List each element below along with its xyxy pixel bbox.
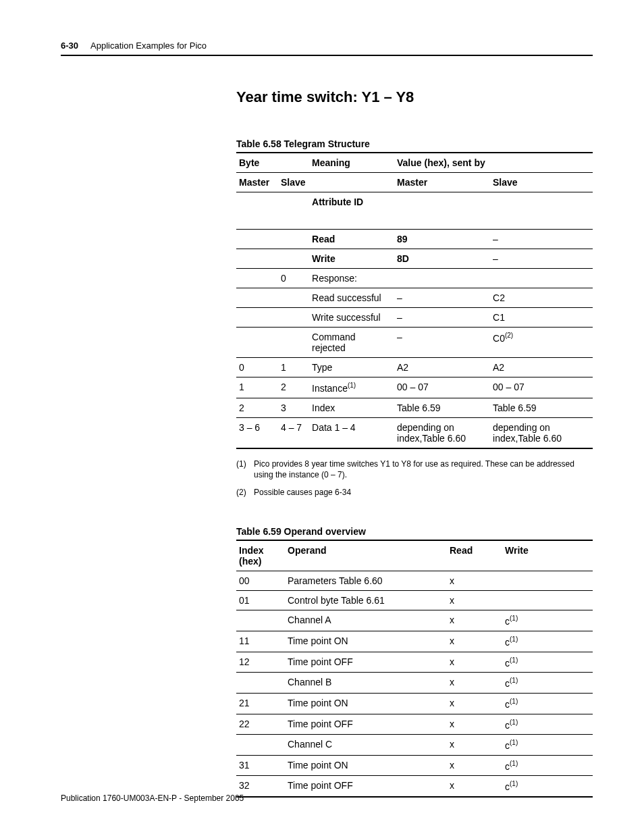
col-operand: Operand: [285, 540, 447, 571]
table-cell: c(1): [502, 735, 593, 756]
table-cell: x: [447, 631, 502, 652]
footnote: (1)Pico provides 8 year time switches Y1…: [236, 459, 593, 480]
table-cell: C1: [490, 308, 593, 328]
table-cell: 1: [278, 358, 309, 377]
table-cell: x: [447, 571, 502, 591]
table-cell: Read successful: [309, 288, 394, 308]
table-cell: –: [490, 249, 593, 269]
col-meaning: Meaning: [309, 153, 394, 173]
table-cell: Data 1 – 4: [309, 417, 394, 448]
footnote: (2)Possible causes page 6-34: [236, 487, 593, 498]
table-cell: C2: [490, 288, 593, 308]
col-blank: [309, 173, 394, 192]
table-cell: Response:: [309, 269, 394, 288]
table-cell: [236, 673, 285, 694]
table-cell: A2: [394, 358, 490, 377]
table1-caption: Table 6.58 Telegram Structure: [236, 138, 593, 149]
table-cell: [502, 571, 593, 591]
table-cell: Attribute ID: [309, 192, 394, 230]
table-cell: Table 6.59: [394, 398, 490, 417]
table-cell: 3 – 6: [236, 417, 278, 448]
table2-caption: Table 6.59 Operand overview: [236, 526, 593, 537]
table-cell: 01: [236, 591, 285, 610]
table-cell: depending on index,Table 6.60: [394, 417, 490, 448]
table-cell: [236, 249, 278, 269]
table-cell: [236, 610, 285, 631]
content-area: Year time switch: Y1 – Y8 Table 6.58 Tel…: [236, 88, 593, 798]
table-cell: Channel B: [285, 673, 447, 694]
table-cell: Instance(1): [309, 377, 394, 398]
publication-line: Publication 1760-UM003A-EN-P - September…: [61, 793, 244, 803]
table-cell: x: [447, 652, 502, 673]
table-cell: [278, 192, 309, 230]
table-cell: 22: [236, 714, 285, 735]
table-cell: –: [394, 328, 490, 358]
table-cell: x: [447, 610, 502, 631]
table-cell: 8D: [394, 249, 490, 269]
col-value: Value (hex), sent by: [394, 153, 593, 173]
page: 6-30 Application Examples for Pico Year …: [0, 0, 644, 834]
col-master-value: Master: [394, 173, 490, 192]
table-cell: Write: [309, 249, 394, 269]
table-cell: 3: [278, 398, 309, 417]
col-byte: Byte: [236, 153, 309, 173]
table-cell: 00 – 07: [490, 377, 593, 398]
table-cell: [394, 269, 490, 288]
table-cell: Time point ON: [285, 631, 447, 652]
table-cell: 1: [236, 377, 278, 398]
table-cell: 4 – 7: [278, 417, 309, 448]
table1-footnotes: (1)Pico provides 8 year time switches Y1…: [236, 459, 593, 498]
table-cell: x: [447, 776, 502, 797]
page-number: 6-30: [61, 41, 78, 51]
table-cell: Parameters Table 6.60: [285, 571, 447, 591]
table-cell: [236, 288, 278, 308]
table-operand-overview: Index (hex) Operand Read Write 00Paramet…: [236, 540, 593, 798]
table-cell: [490, 269, 593, 288]
table-cell: Command rejected: [309, 328, 394, 358]
table-cell: 0: [236, 358, 278, 377]
table-cell: [278, 249, 309, 269]
table-cell: [278, 328, 309, 358]
table-cell: A2: [490, 358, 593, 377]
header-title: Application Examples for Pico: [90, 41, 207, 51]
table-cell: [236, 328, 278, 358]
table-cell: 2: [278, 377, 309, 398]
table-cell: [236, 308, 278, 328]
table-cell: [278, 308, 309, 328]
table-cell: c(1): [502, 693, 593, 714]
table-cell: Control byte Table 6.61: [285, 591, 447, 610]
col-slave: Slave: [278, 173, 309, 192]
table-cell: 2: [236, 398, 278, 417]
table-cell: Time point OFF: [285, 652, 447, 673]
table-cell: x: [447, 673, 502, 694]
table-cell: x: [447, 735, 502, 756]
table-cell: 89: [394, 230, 490, 249]
table-telegram-structure: Byte Meaning Value (hex), sent by Master…: [236, 152, 593, 449]
page-header: 6-30 Application Examples for Pico: [61, 41, 593, 56]
table-cell: [278, 230, 309, 249]
table-cell: Time point OFF: [285, 714, 447, 735]
table-cell: c(1): [502, 673, 593, 694]
table-cell: Channel A: [285, 610, 447, 631]
table-cell: Index: [309, 398, 394, 417]
table-cell: Table 6.59: [490, 398, 593, 417]
table-cell: –: [490, 230, 593, 249]
table-cell: [278, 288, 309, 308]
table-cell: c(1): [502, 755, 593, 776]
col-master: Master: [236, 173, 278, 192]
table-cell: 31: [236, 755, 285, 776]
table-cell: x: [447, 693, 502, 714]
table-cell: [490, 192, 593, 230]
table-cell: Channel C: [285, 735, 447, 756]
table-cell: c(1): [502, 652, 593, 673]
table-cell: Time point OFF: [285, 776, 447, 797]
table-cell: –: [394, 288, 490, 308]
table-cell: c(1): [502, 610, 593, 631]
table-cell: 21: [236, 693, 285, 714]
table-cell: x: [447, 714, 502, 735]
table-cell: –: [394, 308, 490, 328]
table-cell: x: [447, 591, 502, 610]
table-cell: Write successful: [309, 308, 394, 328]
table-cell: [236, 230, 278, 249]
table-cell: 00 – 07: [394, 377, 490, 398]
